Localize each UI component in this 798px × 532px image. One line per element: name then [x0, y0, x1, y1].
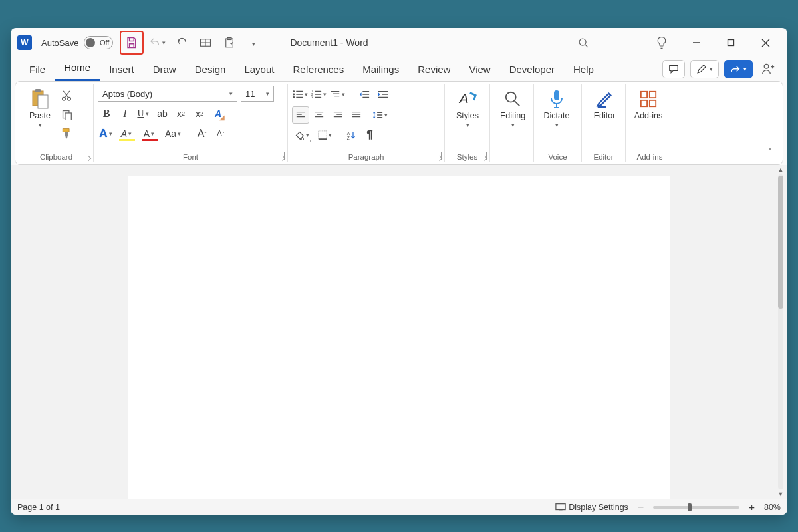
tab-home[interactable]: Home	[55, 57, 100, 81]
tab-file[interactable]: File	[20, 59, 55, 81]
justify-button[interactable]	[348, 106, 365, 124]
align-left-button[interactable]	[292, 106, 309, 124]
display-settings-button[interactable]: Display Settings	[555, 503, 628, 512]
minimize-button[interactable]	[681, 32, 712, 53]
qat-customize[interactable]: ▾	[243, 33, 263, 53]
comments-button[interactable]	[662, 60, 685, 78]
tab-mailings[interactable]: Mailings	[353, 59, 408, 81]
dialog-launcher[interactable]	[434, 152, 442, 160]
decrease-indent-button[interactable]	[356, 86, 373, 103]
scroll-thumb[interactable]	[778, 176, 783, 309]
sort-button[interactable]: AZ	[342, 126, 360, 144]
tab-help[interactable]: Help	[564, 59, 603, 81]
svg-line-6	[585, 44, 587, 47]
page-indicator[interactable]: Page 1 of 1	[17, 503, 60, 512]
font-name-combo[interactable]: Aptos (Body)▾	[98, 86, 237, 102]
dictate-button[interactable]: Dictate▾	[538, 86, 575, 128]
document-page[interactable]	[128, 176, 670, 499]
increase-indent-button[interactable]	[374, 86, 392, 103]
copy-button[interactable]	[58, 106, 75, 123]
dialog-launcher[interactable]	[479, 152, 487, 160]
undo-icon	[149, 37, 161, 49]
strikethrough-button[interactable]: ab	[154, 105, 171, 122]
autosave-toggle[interactable]: Off	[84, 36, 113, 49]
addins-button[interactable]: Add-ins	[630, 86, 667, 120]
format-painter-button[interactable]	[58, 124, 75, 142]
dialog-launcher[interactable]	[277, 152, 285, 160]
group-styles: A Styles▾ Styles	[445, 84, 490, 162]
bucket-icon	[295, 130, 305, 140]
redo-button[interactable]	[172, 33, 192, 53]
save-button[interactable]	[122, 33, 142, 53]
grid-icon	[200, 37, 211, 48]
tab-review[interactable]: Review	[408, 59, 460, 81]
borders-button[interactable]: ▾	[315, 126, 336, 144]
subscript-button[interactable]: x2	[172, 105, 190, 122]
multilevel-button[interactable]: ▾	[329, 86, 346, 103]
numbering-button[interactable]: 123▾	[311, 86, 328, 103]
qat-btn-1[interactable]	[196, 33, 215, 53]
shading-button[interactable]: ▾	[292, 126, 313, 144]
collapse-ribbon-button[interactable]: ˅	[761, 143, 779, 160]
maximize-button[interactable]	[716, 32, 746, 53]
help-lightbulb[interactable]	[646, 32, 677, 53]
tab-design[interactable]: Design	[186, 59, 235, 81]
cut-button[interactable]	[58, 87, 75, 104]
bold-button[interactable]: B	[98, 105, 115, 122]
show-marks-button[interactable]: ¶	[361, 126, 378, 144]
scroll-track[interactable]	[778, 174, 783, 489]
ribbon: Paste ▾ Clipboard	[15, 81, 783, 165]
tab-draw[interactable]: Draw	[144, 59, 186, 81]
editing-mode-button[interactable]: ▾	[690, 60, 719, 78]
line-spacing-button[interactable]: ▾	[372, 106, 389, 124]
grow-font-button[interactable]: A˄	[194, 125, 211, 142]
svg-point-11	[764, 65, 769, 69]
autosave-state: Off	[100, 39, 109, 47]
shrink-font-button[interactable]: A˅	[212, 125, 229, 142]
tab-references[interactable]: References	[283, 59, 353, 81]
zoom-value[interactable]: 80%	[764, 503, 781, 512]
svg-rect-68	[650, 92, 656, 98]
vertical-scrollbar[interactable]: ▲ ▼	[775, 165, 786, 499]
svg-rect-13	[35, 89, 41, 92]
scroll-up-icon[interactable]: ▲	[778, 165, 784, 174]
styles-button[interactable]: A Styles▾	[449, 86, 486, 128]
zoom-slider[interactable]	[653, 506, 739, 509]
search-button[interactable]	[568, 32, 598, 53]
tab-insert[interactable]: Insert	[100, 59, 144, 81]
tab-developer[interactable]: Developer	[500, 59, 564, 81]
zoom-thumb[interactable]	[688, 503, 692, 511]
clear-format-button[interactable]: A◢	[209, 105, 227, 122]
font-color-button[interactable]: A▾	[139, 125, 160, 142]
change-case-button[interactable]: Aa▾	[162, 125, 186, 142]
zoom-in-button[interactable]: +	[746, 501, 757, 513]
dialog-launcher[interactable]	[82, 152, 90, 160]
share-button[interactable]: ▾	[724, 60, 753, 78]
paste-button[interactable]: Paste ▾	[23, 86, 57, 128]
account-button[interactable]	[758, 63, 778, 76]
close-button[interactable]	[750, 32, 781, 53]
superscript-button[interactable]: x2	[191, 105, 208, 122]
font-size-combo[interactable]: 11▾	[241, 86, 274, 102]
align-center-button[interactable]	[311, 106, 328, 124]
editing-button[interactable]: Editing▾	[494, 86, 531, 128]
document-area: ▲ ▼	[11, 165, 787, 499]
tab-layout[interactable]: Layout	[235, 59, 283, 81]
editor-button[interactable]: Editor	[586, 86, 623, 120]
svg-point-15	[63, 97, 66, 100]
undo-button[interactable]: ▾	[148, 33, 168, 53]
clipboard-icon	[223, 37, 235, 49]
qat-btn-2[interactable]	[219, 33, 239, 53]
svg-rect-69	[641, 100, 647, 106]
svg-line-64	[515, 101, 519, 106]
tab-view[interactable]: View	[460, 59, 499, 81]
scroll-down-icon[interactable]: ▼	[778, 489, 784, 499]
mic-icon	[546, 88, 567, 110]
align-right-button[interactable]	[329, 106, 346, 124]
bullets-button[interactable]: ▾	[292, 86, 309, 103]
text-effects-button[interactable]: A▾	[98, 125, 115, 142]
underline-button[interactable]: U▾	[135, 105, 152, 122]
highlight-button[interactable]: A▾	[116, 125, 138, 142]
italic-button[interactable]: I	[116, 105, 134, 122]
zoom-out-button[interactable]: −	[635, 501, 646, 513]
